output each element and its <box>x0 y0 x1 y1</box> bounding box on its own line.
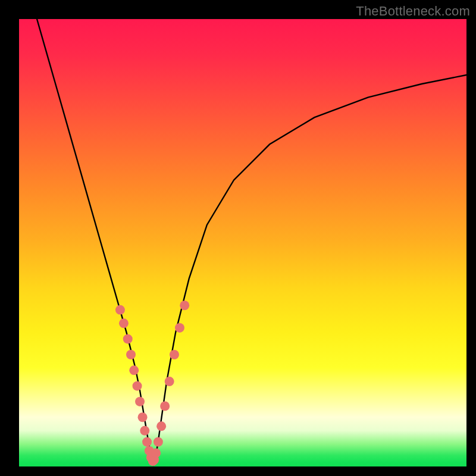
highlight-dot <box>126 350 136 359</box>
highlight-dot <box>129 365 139 375</box>
highlight-dot <box>123 334 133 344</box>
highlight-dot <box>180 300 189 310</box>
highlight-dot <box>154 437 163 447</box>
plot-area <box>19 19 466 466</box>
highlight-dot <box>170 350 179 359</box>
highlight-dot <box>151 448 161 458</box>
highlight-dot <box>119 318 129 328</box>
watermark-text: TheBottleneck.com <box>356 4 470 19</box>
highlight-dot <box>142 437 152 447</box>
highlight-dot <box>140 426 149 436</box>
chart-frame: TheBottleneck.com <box>0 0 476 476</box>
highlight-dot <box>165 377 174 386</box>
curve-layer <box>19 19 466 466</box>
bottleneck-curve <box>37 19 466 464</box>
highlight-dot <box>135 397 145 406</box>
highlight-dot <box>175 323 184 333</box>
highlight-dot <box>160 401 170 411</box>
highlight-dot <box>115 305 125 315</box>
highlight-dots <box>115 300 189 466</box>
highlight-dot <box>156 421 166 431</box>
highlight-dot <box>133 381 142 391</box>
highlight-dot <box>138 412 148 422</box>
